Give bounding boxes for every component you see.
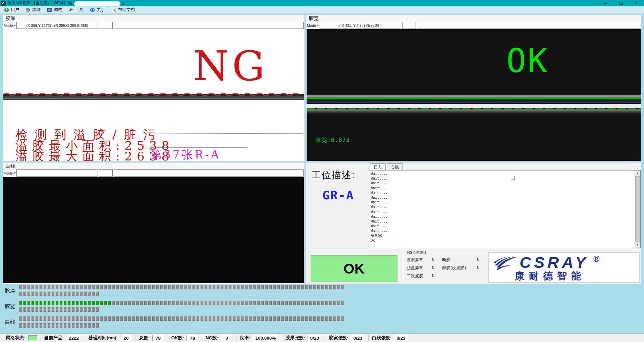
status-segment: 处理时间(ms):20 — [85, 335, 136, 341]
menu-item-function[interactable]: 功能 — [23, 6, 45, 14]
glue-thickness-image-view[interactable]: NG 检测到溢胶/脏污 溢胶最小面积:2538 溢胶最大面积:2638 第37张… — [3, 29, 304, 161]
indicator-cell — [273, 316, 276, 321]
indicator-cell — [196, 285, 200, 290]
menu-item-tools[interactable]: 工具 — [66, 6, 88, 14]
tab-log[interactable]: 日志 — [370, 163, 386, 170]
indicator-cell — [240, 285, 244, 290]
scroll-up-icon[interactable]: ▲ — [635, 170, 640, 176]
indicator-cell — [75, 307, 79, 312]
indicator-cell — [184, 285, 187, 290]
status-value: 20 — [120, 335, 132, 341]
indicator-cell — [277, 316, 280, 321]
indicator-cell — [39, 300, 43, 305]
mode-dropdown[interactable]: Mode — [3, 22, 16, 29]
indicator-cell — [228, 285, 232, 290]
mode-dropdown[interactable]: Mode — [3, 169, 16, 177]
indicator-cell — [285, 316, 288, 321]
indicator-cell — [124, 300, 127, 305]
indicator-cell — [192, 316, 196, 321]
indicator-cell — [281, 285, 284, 290]
menu-item-about[interactable]: 关于 — [88, 6, 109, 14]
indicator-cell — [23, 316, 26, 321]
maximize-button[interactable] — [613, 0, 629, 6]
indicator-cell — [172, 316, 175, 321]
indicator-cell — [333, 285, 336, 290]
menu-item-debug[interactable]: 调试 — [45, 6, 66, 14]
menu-item-help[interactable]: 帮助文档 — [109, 6, 139, 14]
log-content[interactable]: Wait....Wait....Wait....Wait....Wait....… — [369, 170, 641, 248]
indicator-cell — [43, 307, 47, 312]
panel-toolbar: Mode ( X 431, Y 2 ) : ( Gray 25 ) — [306, 22, 641, 29]
indicator-cell — [204, 316, 208, 321]
indicator-cell — [96, 300, 99, 305]
indicator-cell — [71, 323, 75, 328]
mode-dropdown[interactable]: Mode — [306, 22, 320, 29]
menu-bar: 用户 功能 调试 工具 关于 帮助文档 — [0, 6, 644, 14]
indicator-cell — [39, 285, 43, 290]
indicator-cell — [19, 300, 22, 305]
indicator-cell — [71, 300, 75, 305]
window-title-tail: 1 — [122, 1, 124, 6]
indicator-cell — [96, 285, 99, 290]
indicator-cell — [297, 300, 300, 305]
log-line: Wait.... — [371, 228, 639, 233]
minimize-button[interactable]: — — [598, 0, 613, 6]
glue-width-strips — [307, 95, 641, 114]
indicator-cell — [27, 291, 31, 296]
indicator-cell — [180, 300, 183, 305]
indicator-cell — [43, 316, 47, 321]
close-button[interactable]: × — [629, 0, 644, 6]
indicator-cell — [236, 285, 240, 290]
status-segment: NG数:0 — [202, 335, 236, 341]
indicator-cell — [305, 285, 308, 290]
indicator-cell — [321, 316, 324, 321]
indicator-cell — [273, 300, 276, 305]
globe-icon — [90, 7, 95, 12]
indicator-cell — [232, 300, 236, 305]
indicator-cell — [245, 316, 248, 321]
indicator-cell — [79, 316, 83, 321]
log-checkbox[interactable] — [511, 176, 515, 180]
indicator-cell — [112, 285, 115, 290]
ng-stat-label: 缺胶(没点胶): — [442, 265, 477, 271]
log-line: OK — [371, 238, 639, 243]
indicator-cell — [31, 285, 35, 290]
indicator-cell — [84, 307, 87, 312]
ng-stats-grid: 波浪异常: 0 断胶: 0 凸点异常: 0 缺胶(没点胶): 0 二次点胶: 0 — [407, 257, 482, 279]
indicator-cell — [333, 316, 336, 321]
indicator-cell — [104, 285, 107, 290]
tab-heartbeat[interactable]: 心跳 — [387, 163, 403, 170]
indicator-cell — [188, 300, 192, 305]
indicator-cell — [51, 323, 55, 328]
white-line-image-view[interactable] — [3, 177, 304, 283]
glue-width-image-view[interactable]: OK 胶宽:0.873 — [307, 29, 641, 161]
indicator-row — [19, 316, 344, 321]
pixel-readout — [16, 169, 98, 177]
indicator-cell — [27, 323, 31, 328]
indicator-cell — [124, 285, 127, 290]
result-ok-button[interactable]: OK — [311, 255, 397, 282]
indicator-cell — [253, 300, 256, 305]
indicator-cell — [192, 285, 196, 290]
indicator-cell — [79, 291, 83, 296]
document-icon — [111, 7, 116, 12]
indicator-cell — [152, 300, 155, 305]
indicator-cell — [79, 285, 83, 290]
scroll-down-icon[interactable]: ▼ — [635, 242, 640, 248]
indicator-cell — [63, 316, 67, 321]
scroll-thumb[interactable] — [635, 176, 640, 242]
indicator-cell — [128, 316, 131, 321]
status-segment: 胶宽张数:0/23 — [325, 335, 368, 341]
status-label: OK数: — [171, 335, 184, 341]
indicator-cell — [144, 285, 147, 290]
status-label: 总数: — [139, 335, 150, 341]
indicator-cell — [228, 316, 232, 321]
indicator-cell — [257, 300, 260, 305]
indicator-cell — [23, 323, 26, 328]
indicator-cell — [148, 285, 151, 290]
log-scrollbar[interactable]: ▲ ▼ — [635, 170, 640, 248]
indicator-row — [19, 300, 344, 305]
indicator-cell — [35, 307, 39, 312]
indicator-cell — [156, 316, 159, 321]
menu-item-user[interactable]: 用户 — [2, 6, 23, 14]
